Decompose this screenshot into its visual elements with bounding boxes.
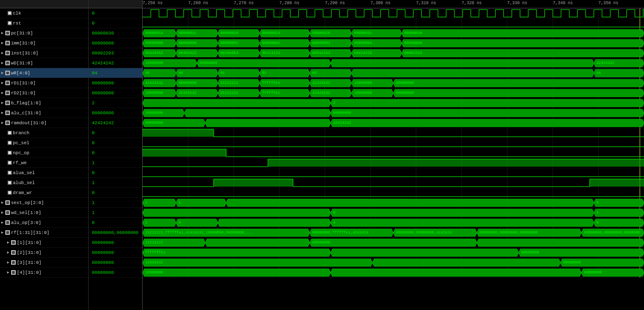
expand-arrow-sext_op[interactable]: ▶: [1, 200, 3, 205]
signal-value-row-rf: 00000000,00000000: [89, 228, 142, 238]
signal-name-row-rst[interactable]: 🔲rst: [0, 18, 88, 28]
signal-name-row-alu_op[interactable]: ▶🔳alu_op[3:0]: [0, 218, 88, 228]
signal-label-branch: branch: [13, 130, 30, 135]
signal-name-row-sext_op[interactable]: ▶🔳sext_op[2:0]: [0, 198, 88, 208]
expand-arrow-rf4[interactable]: ▶: [7, 270, 9, 275]
svg-text:0: 0: [596, 201, 598, 205]
expand-arrow-rf2[interactable]: ▶: [7, 250, 9, 255]
time-labels: 7,250 ns7,260 ns7,270 ns7,280 ns7,290 ns…: [143, 0, 644, 8]
svg-text:4: 4: [333, 221, 335, 225]
svg-text:10909090: 10909090: [145, 111, 163, 115]
svg-marker-144: [176, 199, 226, 207]
signal-value-row-alu_op: 0: [89, 218, 142, 228]
svg-text:00000000: 00000000: [396, 81, 414, 85]
expand-arrow-alu_c[interactable]: ▶: [1, 111, 3, 115]
single-icon-alub_sel: 🔲: [7, 180, 12, 185]
signal-name-row-npc_op[interactable]: 🔲npc_op: [0, 148, 88, 158]
signal-name-row-wD[interactable]: ▶🔳wD[31:0]: [0, 58, 88, 68]
signal-name-row-b_flag[interactable]: ▶🔳b_flag[1:0]: [0, 98, 88, 108]
svg-text:00000008: 00000008: [145, 41, 163, 45]
svg-marker-190: [143, 259, 373, 266]
signal-name-row-branch[interactable]: 🔲branch: [0, 128, 88, 138]
svg-text:00000000: 00000000: [333, 111, 351, 115]
time-label-10: 7,350 ns: [598, 1, 618, 5]
bus-icon-rf: 🔳: [5, 230, 10, 235]
expand-arrow-rf1[interactable]: ▶: [7, 240, 9, 245]
signal-name-row-wd_sel[interactable]: ▶🔳wd_sel[1:0]: [0, 208, 88, 218]
value-rf3: 00000000: [90, 260, 116, 265]
time-label-4: 7,290 ns: [325, 1, 345, 5]
bus-icon-alu_c: 🔳: [5, 111, 10, 116]
signal-value-row-clk: 0: [89, 8, 142, 18]
svg-text:42424242: 42424242: [178, 91, 196, 95]
expand-arrow-ramdout[interactable]: ▶: [1, 121, 3, 125]
svg-marker-114: [143, 99, 331, 107]
time-label-3: 7,280 ns: [279, 1, 299, 5]
bus-icon-rf3: 🔳: [11, 260, 16, 265]
svg-marker-80: [352, 69, 594, 77]
signal-name-row-wR[interactable]: ▶🔳wR[4:0]: [0, 68, 88, 78]
time-label-5: 7,300 ns: [370, 1, 390, 5]
expand-arrow-alu_op[interactable]: ▶: [1, 220, 3, 225]
signal-label-wD: wD[31:0]: [11, 61, 33, 66]
signal-name-row-rf4[interactable]: ▶🔳[4][31:0]: [0, 268, 88, 278]
signal-label-rf4: [4][31:0]: [17, 270, 41, 275]
expand-arrow-pc[interactable]: ▶: [1, 31, 3, 35]
waveform-row-rD2: 109090904242424221212121ffffffe142424242…: [143, 89, 644, 97]
expand-arrow-b_flag[interactable]: ▶: [1, 101, 3, 105]
signal-name-row-inst[interactable]: ▶🔳inst[31:0]: [0, 48, 88, 58]
signal-name-row-ramdout[interactable]: ▶🔳ramdout[31:0]: [0, 118, 88, 128]
signal-name-row-rf1[interactable]: ▶🔳[1][31:0]: [0, 238, 88, 248]
time-label-0: 7,250 ns: [143, 1, 163, 5]
svg-text:21212121: 21212121: [220, 81, 238, 85]
expand-arrow-rD2[interactable]: ▶: [1, 91, 3, 95]
expand-arrow-rf[interactable]: ▶: [1, 230, 3, 235]
value-wD: 42424242: [90, 61, 116, 66]
signal-name-row-alua_sel[interactable]: 🔲alua_sel: [0, 168, 88, 178]
svg-marker-44: [402, 39, 644, 47]
signal-label-wR: wR[4:0]: [11, 71, 30, 76]
signal-value-row-rf_we: 1: [89, 158, 142, 168]
signal-name-row-rD2[interactable]: ▶🔳rD2[31:0]: [0, 88, 88, 98]
svg-text:42424242: 42424242: [596, 61, 614, 65]
svg-marker-121: [331, 109, 644, 117]
signal-name-row-rf3[interactable]: ▶🔳[3][31:0]: [0, 258, 88, 268]
bus-icon-rf2: 🔳: [11, 250, 16, 255]
svg-text:0: 0: [178, 221, 180, 225]
signal-name-row-rD1[interactable]: ▶🔳rD1[31:0]: [0, 78, 88, 88]
signal-name-row-pc[interactable]: ▶🔳pc[31:0]: [0, 28, 88, 38]
signal-label-alu_c: alu_c[31:0]: [11, 111, 41, 116]
signal-name-row-clk[interactable]: 🔲clk: [0, 8, 88, 18]
signal-label-rf: rf[1:31][31:0]: [11, 230, 49, 235]
expand-arrow-rf3[interactable]: ▶: [7, 260, 9, 265]
signal-value-row-ramdout: 42424242: [89, 118, 142, 128]
svg-text:00000000: 00000000: [563, 261, 581, 265]
signal-name-row-alu_c[interactable]: ▶🔳alu_c[31:0]: [0, 108, 88, 118]
expand-arrow-rD1[interactable]: ▶: [1, 81, 3, 85]
expand-arrow-imm[interactable]: ▶: [1, 41, 3, 45]
signal-name-row-pc_sel[interactable]: 🔲pc_sel: [0, 138, 88, 148]
value-rf2: 00000000: [90, 250, 116, 255]
svg-text:21212121: 21212121: [145, 241, 163, 245]
signal-label-ramdout: ramdout[31:0]: [11, 121, 47, 125]
expand-arrow-wR[interactable]: ▶: [1, 71, 3, 75]
expand-arrow-wD[interactable]: ▶: [1, 61, 3, 65]
svg-text:00000000: 00000000: [584, 271, 602, 275]
signal-name-row-rf[interactable]: ▶🔳rf[1:31][31:0]: [0, 228, 88, 238]
signal-name-row-rf_we[interactable]: 🔲rf_we: [0, 158, 88, 168]
signal-name-row-imm[interactable]: ▶🔳imm[31:0]: [0, 38, 88, 48]
signal-name-row-alub_sel[interactable]: 🔲alub_sel: [0, 178, 88, 188]
waveform-row-inst: 00418463003020230010e0b3002141330031e1b3…: [143, 49, 644, 57]
expand-arrow-inst[interactable]: ▶: [1, 51, 3, 55]
bus-icon-sext_op: 🔳: [5, 200, 10, 205]
expand-arrow-wd_sel[interactable]: ▶: [1, 210, 3, 215]
value-branch: 0: [90, 130, 97, 135]
signal-name-row-dram_wr[interactable]: 🔲dram_wr: [0, 188, 88, 198]
svg-text:00000000: 00000000: [521, 251, 539, 255]
signal-label-rf_we: rf_we: [13, 160, 27, 165]
svg-text:fffffffe1: fffffffe1: [145, 251, 165, 255]
waveform-row-rf4: 1090909000000000: [143, 269, 644, 276]
svg-marker-182: [477, 239, 644, 246]
svg-text:ffffffe1: ffffffe1: [262, 81, 280, 85]
signal-name-row-rf2[interactable]: ▶🔳[2][31:0]: [0, 248, 88, 258]
